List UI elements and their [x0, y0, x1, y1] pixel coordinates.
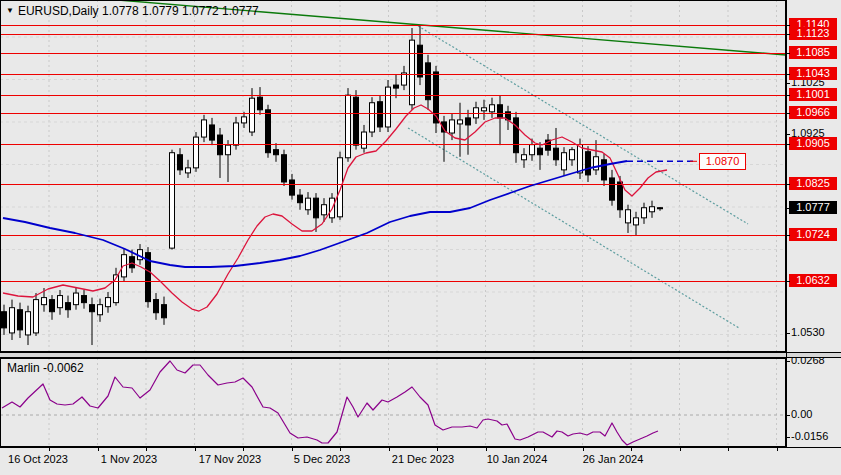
candle-bullish[interactable]: [570, 150, 575, 160]
axis-tick: [786, 144, 790, 145]
candle-bullish[interactable]: [578, 145, 583, 173]
candle-bullish[interactable]: [626, 210, 631, 223]
candle-bullish[interactable]: [58, 296, 63, 308]
candle-bearish[interactable]: [466, 118, 471, 125]
candle-bullish[interactable]: [306, 198, 311, 210]
candle-bullish[interactable]: [42, 298, 47, 305]
candle-bullish[interactable]: [338, 158, 343, 217]
candle-bullish[interactable]: [26, 312, 31, 335]
candle-bullish[interactable]: [106, 298, 111, 307]
candle-bearish[interactable]: [394, 85, 399, 88]
candle-bullish[interactable]: [226, 145, 231, 155]
candle-bearish[interactable]: [538, 148, 543, 155]
candle-bullish[interactable]: [234, 123, 239, 145]
candle-bullish[interactable]: [202, 120, 207, 137]
candle-bearish[interactable]: [178, 155, 183, 170]
candle-bullish[interactable]: [450, 120, 455, 133]
candle-bearish[interactable]: [18, 310, 23, 330]
candle-bullish[interactable]: [194, 137, 199, 168]
candle-bullish[interactable]: [458, 120, 463, 124]
candle-bullish[interactable]: [322, 205, 327, 215]
candle-bearish[interactable]: [154, 300, 159, 313]
candle-bullish[interactable]: [186, 168, 191, 173]
candle-bearish[interactable]: [66, 303, 71, 310]
candle-bullish[interactable]: [250, 98, 255, 132]
main-chart-canvas[interactable]: [0, 0, 786, 352]
candle-bullish[interactable]: [562, 153, 567, 170]
candle-bullish[interactable]: [10, 308, 15, 333]
candle-bullish[interactable]: [346, 95, 351, 158]
indicator-canvas[interactable]: [0, 358, 786, 447]
candle-bearish[interactable]: [266, 110, 271, 153]
candle-bearish[interactable]: [354, 97, 359, 145]
time-axis-tick: [292, 448, 293, 451]
date-label: 16 Oct 2023: [8, 453, 68, 465]
indicator-name-label: Marlin -0.0062: [7, 361, 84, 375]
time-axis-tick: [146, 448, 147, 451]
candle-bullish[interactable]: [634, 218, 639, 225]
axis-tick: [786, 113, 790, 114]
candle-bearish[interactable]: [258, 97, 263, 110]
candle-bearish[interactable]: [610, 178, 615, 200]
candle-bearish[interactable]: [282, 155, 287, 182]
time-axis-tick: [98, 448, 99, 451]
current-price-badge: 1.0777: [789, 201, 837, 214]
axis-tick: [786, 333, 790, 334]
candle-bullish[interactable]: [522, 155, 527, 160]
indicator-axis-label: 0.00: [789, 408, 839, 421]
candle-bearish[interactable]: [618, 182, 623, 210]
candle-bullish[interactable]: [386, 87, 391, 127]
candle-bullish[interactable]: [34, 300, 39, 333]
date-label: 21 Dec 2023: [392, 453, 454, 465]
candle-bearish[interactable]: [514, 118, 519, 153]
price-level-badge: 1.1123: [789, 27, 837, 40]
time-axis-tick: [728, 448, 729, 451]
candle-bearish[interactable]: [498, 105, 503, 118]
candle-bullish[interactable]: [474, 108, 479, 118]
candle-bearish[interactable]: [130, 257, 135, 268]
target-price-label[interactable]: 1.0870: [699, 153, 746, 170]
candle-bullish[interactable]: [482, 108, 487, 111]
axis-tick: [786, 83, 790, 84]
candle-bullish[interactable]: [530, 145, 535, 155]
candle-bearish[interactable]: [82, 296, 87, 303]
candle-bearish[interactable]: [274, 150, 279, 155]
price-level-badge: 1.0825: [789, 177, 837, 190]
candle-bearish[interactable]: [426, 63, 431, 100]
candle-bearish[interactable]: [298, 195, 303, 203]
candle-bullish[interactable]: [98, 305, 103, 315]
chart-window: ▼EURUSD,Daily 1.0778 1.0779 1.0772 1.077…: [0, 0, 841, 475]
collapse-arrow-icon[interactable]: ▼: [6, 6, 14, 15]
time-axis-tick: [389, 448, 390, 451]
price-level-badge: 1.1001: [789, 88, 837, 101]
candle-bullish[interactable]: [370, 103, 375, 132]
candle-bearish[interactable]: [378, 102, 383, 127]
candle-bullish[interactable]: [362, 132, 367, 148]
candle-bullish[interactable]: [74, 293, 79, 305]
candle-bearish[interactable]: [290, 180, 295, 195]
axis-tick: [786, 281, 790, 282]
candle-bullish[interactable]: [642, 208, 647, 218]
candle-bearish[interactable]: [586, 152, 591, 175]
axis-tick: [786, 53, 790, 54]
candle-bullish[interactable]: [170, 153, 175, 248]
time-axis-tick: [243, 448, 244, 451]
time-axis-border: [0, 447, 841, 448]
candle-bearish[interactable]: [210, 125, 215, 140]
candle-bearish[interactable]: [314, 198, 319, 218]
candle-bearish[interactable]: [418, 45, 423, 77]
axis-tick: [786, 25, 790, 26]
candle-bullish[interactable]: [650, 207, 655, 212]
candle-bearish[interactable]: [162, 305, 167, 318]
time-axis-tick: [534, 448, 535, 451]
candle-bearish[interactable]: [554, 148, 559, 160]
candle-bullish[interactable]: [490, 105, 495, 112]
candle-bearish[interactable]: [2, 312, 7, 328]
candle-bearish[interactable]: [658, 208, 663, 209]
axis-tick: [786, 134, 790, 135]
candle-bearish[interactable]: [90, 305, 95, 312]
candle-bullish[interactable]: [242, 117, 247, 123]
candle-bearish[interactable]: [50, 300, 55, 312]
candle-bearish[interactable]: [602, 160, 607, 180]
time-axis-tick: [437, 448, 438, 451]
